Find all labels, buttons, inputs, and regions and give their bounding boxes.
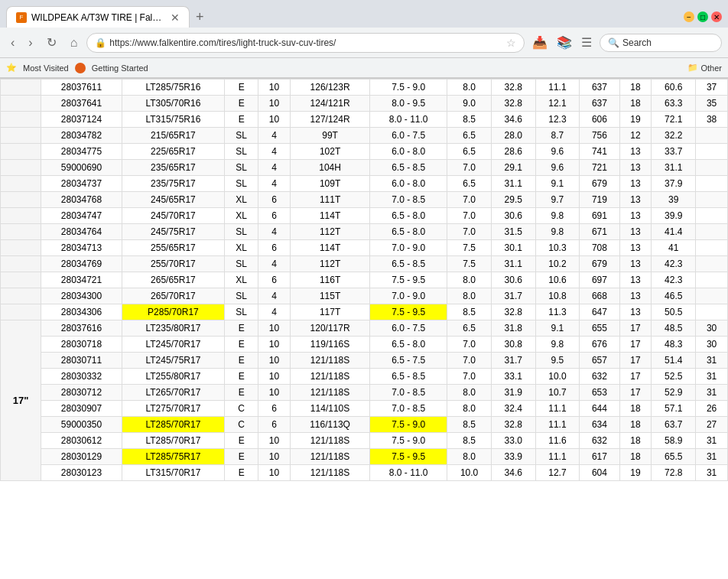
ply-rating-cell: 4 bbox=[258, 256, 291, 272]
load-range-cell: SL bbox=[225, 128, 258, 144]
most-visited-bookmark[interactable]: Most Visited bbox=[23, 63, 69, 73]
part-number-cell: 28030712 bbox=[41, 385, 122, 401]
rim-range-cell: 8.0 - 11.0 bbox=[370, 112, 447, 128]
extra-cell bbox=[696, 160, 728, 176]
measured-rim-cell: 7.0 bbox=[447, 353, 492, 369]
measured-rim-cell: 8.5 bbox=[447, 112, 492, 128]
row-header-cell bbox=[1, 112, 41, 128]
tread-depth-cell: 39 bbox=[652, 192, 696, 208]
section-width-cell: 9.6 bbox=[535, 144, 580, 160]
tire-data-table: 28037611LT285/75R16E10126/123R7.5 - 9.08… bbox=[0, 79, 728, 481]
measured-rim-cell: 7.5 bbox=[447, 240, 492, 256]
load-capacity-cell: 653 bbox=[580, 385, 619, 401]
part-number-cell: 28030123 bbox=[41, 465, 122, 481]
load-range-cell: E bbox=[225, 385, 258, 401]
bookmarks-label: ⭐ bbox=[6, 63, 17, 73]
table-row: 28030612LT285/70R17E10121/118S7.5 - 9.08… bbox=[1, 433, 728, 449]
size-cell: LT245/70R17 bbox=[122, 337, 225, 353]
tab-close-button[interactable]: ✕ bbox=[171, 12, 180, 23]
section-width-cell: 10.0 bbox=[535, 369, 580, 385]
table-row: 28034775225/65R17SL4102T6.0 - 8.06.528.6… bbox=[1, 144, 728, 160]
search-box[interactable]: 🔍 Search bbox=[600, 34, 722, 52]
speed-rating-cell: 19 bbox=[619, 465, 652, 481]
tread-depth-cell: 50.5 bbox=[652, 304, 696, 320]
table-row: 59000690235/65R17SL4104H6.5 - 8.57.029.1… bbox=[1, 160, 728, 176]
rim-range-cell: 7.5 - 9.5 bbox=[370, 272, 447, 288]
tread-depth-cell: 51.4 bbox=[652, 353, 696, 369]
minimize-button[interactable]: − bbox=[684, 11, 694, 22]
ply-rating-cell: 4 bbox=[258, 160, 291, 176]
part-number-cell: 59000690 bbox=[41, 160, 122, 176]
ply-rating-cell: 10 bbox=[258, 465, 291, 481]
measured-rim-cell: 8.5 bbox=[447, 433, 492, 449]
extra-cell bbox=[696, 176, 728, 192]
size-cell: LT285/70R17 bbox=[122, 417, 225, 433]
extra-cell: 30 bbox=[696, 320, 728, 337]
row-header-cell bbox=[1, 224, 41, 240]
section-width-cell: 9.6 bbox=[535, 160, 580, 176]
history-button[interactable]: 📚 bbox=[554, 32, 575, 53]
size-cell: 245/75R17 bbox=[122, 224, 225, 240]
load-index-cell: 99T bbox=[290, 128, 369, 144]
search-text: Search bbox=[622, 37, 652, 48]
load-range-cell: E bbox=[225, 449, 258, 465]
load-index-cell: 116T bbox=[290, 272, 369, 288]
row-header-cell bbox=[1, 240, 41, 256]
speed-rating-cell: 13 bbox=[619, 176, 652, 192]
table-row: 28034747245/70R17XL6114T6.5 - 8.07.030.6… bbox=[1, 208, 728, 224]
extra-cell bbox=[696, 240, 728, 256]
ply-rating-cell: 4 bbox=[258, 304, 291, 320]
load-index-cell: 102T bbox=[290, 144, 369, 160]
close-button[interactable]: ✕ bbox=[711, 11, 722, 22]
load-capacity-cell: 721 bbox=[580, 160, 619, 176]
bookmark-star-button[interactable]: ☆ bbox=[506, 37, 516, 49]
table-row: 28034769255/70R17SL4112T6.5 - 8.57.531.1… bbox=[1, 256, 728, 272]
tread-depth-cell: 39.9 bbox=[652, 208, 696, 224]
load-index-cell: 104H bbox=[290, 160, 369, 176]
home-button[interactable]: ⌂ bbox=[66, 34, 83, 51]
section-width-cell: 10.3 bbox=[535, 240, 580, 256]
ply-rating-cell: 4 bbox=[258, 144, 291, 160]
menu-button[interactable]: ☰ bbox=[578, 32, 595, 53]
overall-diameter-cell: 31.7 bbox=[491, 288, 535, 304]
active-tab[interactable]: F WILDPEAK A/T3W TIRE | Falken ✕ bbox=[6, 6, 190, 28]
address-bar[interactable]: 🔒 https://www.falkentire.com/tires/light… bbox=[86, 33, 525, 53]
load-range-cell: C bbox=[225, 417, 258, 433]
other-bookmarks[interactable]: 📁 Other bbox=[687, 63, 722, 73]
overall-diameter-cell: 32.4 bbox=[491, 401, 535, 417]
table-row: 28030332LT255/80R17E10121/118S6.5 - 8.57… bbox=[1, 369, 728, 385]
load-range-cell: SL bbox=[225, 176, 258, 192]
reload-button[interactable]: ↻ bbox=[42, 34, 61, 51]
extra-cell: 31 bbox=[696, 449, 728, 465]
part-number-cell: 28034747 bbox=[41, 208, 122, 224]
extra-cell: 31 bbox=[696, 433, 728, 449]
section-width-cell: 10.7 bbox=[535, 385, 580, 401]
ply-rating-cell: 4 bbox=[258, 288, 291, 304]
part-number-cell: 28030332 bbox=[41, 369, 122, 385]
overall-diameter-cell: 30.1 bbox=[491, 240, 535, 256]
speed-rating-cell: 17 bbox=[619, 337, 652, 353]
row-header-cell bbox=[1, 272, 41, 288]
pocket-button[interactable]: 📥 bbox=[529, 32, 551, 53]
load-index-cell: 121/118S bbox=[290, 353, 369, 369]
speed-rating-cell: 17 bbox=[619, 320, 652, 337]
measured-rim-cell: 9.0 bbox=[447, 96, 492, 112]
extra-cell: 31 bbox=[696, 465, 728, 481]
speed-rating-cell: 13 bbox=[619, 144, 652, 160]
extra-cell: 26 bbox=[696, 401, 728, 417]
forward-button[interactable]: › bbox=[24, 34, 37, 51]
back-button[interactable]: ‹ bbox=[6, 34, 19, 51]
maximize-button[interactable]: □ bbox=[697, 11, 708, 22]
tread-depth-cell: 42.3 bbox=[652, 256, 696, 272]
getting-started-bookmark[interactable]: Getting Started bbox=[92, 63, 148, 73]
tread-depth-cell: 32.2 bbox=[652, 128, 696, 144]
size-cell: LT285/75R17 bbox=[122, 449, 225, 465]
overall-diameter-cell: 28.0 bbox=[491, 128, 535, 144]
row-header-cell bbox=[1, 176, 41, 192]
overall-diameter-cell: 32.8 bbox=[491, 80, 535, 96]
ply-rating-cell: 6 bbox=[258, 240, 291, 256]
new-tab-button[interactable]: + bbox=[190, 9, 210, 25]
overall-diameter-cell: 30.6 bbox=[491, 208, 535, 224]
rim-range-cell: 8.0 - 11.0 bbox=[370, 465, 447, 481]
load-range-cell: E bbox=[225, 369, 258, 385]
